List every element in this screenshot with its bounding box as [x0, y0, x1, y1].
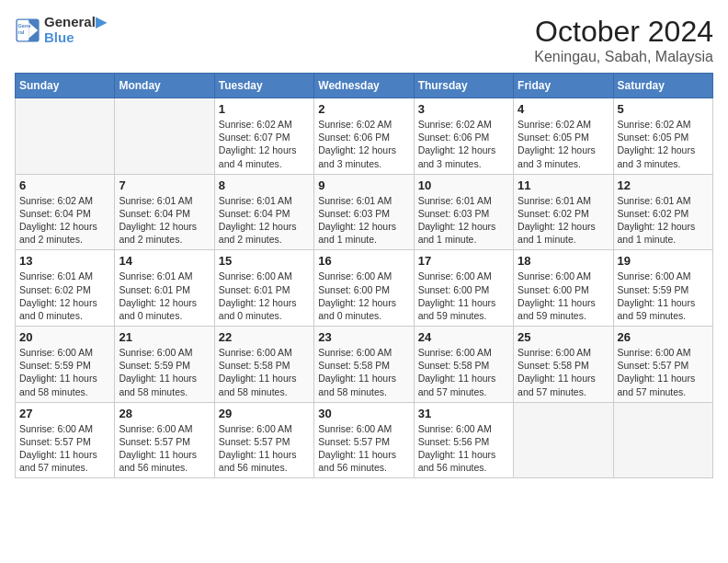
calendar-cell: 30Sunrise: 6:00 AM Sunset: 5:57 PM Dayli… [314, 402, 414, 478]
day-info: Sunrise: 6:00 AM Sunset: 5:57 PM Dayligh… [318, 422, 409, 475]
calendar-cell: 4Sunrise: 6:02 AM Sunset: 6:05 PM Daylig… [514, 98, 613, 175]
day-info: Sunrise: 6:02 AM Sunset: 6:04 PM Dayligh… [19, 194, 110, 247]
day-info: Sunrise: 6:00 AM Sunset: 5:57 PM Dayligh… [119, 422, 210, 475]
header-friday: Friday [514, 74, 613, 98]
day-number: 14 [119, 254, 210, 268]
calendar-cell: 27Sunrise: 6:00 AM Sunset: 5:57 PM Dayli… [16, 402, 115, 478]
header-monday: Monday [115, 74, 214, 98]
header: Gene ral General▶ Blue October 2024 Keni… [15, 15, 713, 65]
day-number: 12 [618, 178, 709, 192]
day-number: 2 [318, 102, 409, 116]
day-info: Sunrise: 6:01 AM Sunset: 6:04 PM Dayligh… [119, 194, 210, 247]
day-number: 16 [318, 254, 409, 268]
calendar-cell: 16Sunrise: 6:00 AM Sunset: 6:00 PM Dayli… [314, 250, 414, 327]
day-info: Sunrise: 6:00 AM Sunset: 5:58 PM Dayligh… [418, 346, 509, 398]
day-info: Sunrise: 6:00 AM Sunset: 5:59 PM Dayligh… [119, 346, 210, 398]
calendar-cell: 2Sunrise: 6:02 AM Sunset: 6:06 PM Daylig… [314, 98, 414, 175]
day-info: Sunrise: 6:02 AM Sunset: 6:07 PM Dayligh… [219, 118, 310, 170]
day-number: 20 [19, 330, 110, 344]
header-wednesday: Wednesday [314, 74, 414, 98]
day-number: 13 [19, 254, 110, 268]
calendar-cell: 25Sunrise: 6:00 AM Sunset: 5:58 PM Dayli… [514, 327, 613, 403]
calendar-cell: 29Sunrise: 6:00 AM Sunset: 5:57 PM Dayli… [214, 402, 313, 478]
day-number: 25 [518, 330, 609, 344]
svg-text:ral: ral [18, 29, 25, 35]
logo: Gene ral General▶ Blue [15, 15, 107, 45]
calendar-cell: 24Sunrise: 6:00 AM Sunset: 5:58 PM Dayli… [414, 327, 513, 403]
day-info: Sunrise: 6:01 AM Sunset: 6:04 PM Dayligh… [219, 194, 310, 247]
day-info: Sunrise: 6:00 AM Sunset: 6:00 PM Dayligh… [318, 270, 409, 322]
calendar-cell: 31Sunrise: 6:00 AM Sunset: 5:56 PM Dayli… [414, 402, 513, 478]
header-tuesday: Tuesday [214, 74, 313, 98]
calendar-cell: 17Sunrise: 6:00 AM Sunset: 6:00 PM Dayli… [414, 250, 513, 327]
calendar-cell [16, 98, 115, 175]
calendar-cell: 26Sunrise: 6:00 AM Sunset: 5:57 PM Dayli… [613, 327, 712, 403]
day-info: Sunrise: 6:01 AM Sunset: 6:02 PM Dayligh… [19, 270, 110, 322]
logo-text: General▶ Blue [44, 15, 107, 45]
day-number: 9 [318, 178, 409, 192]
day-info: Sunrise: 6:00 AM Sunset: 6:01 PM Dayligh… [219, 270, 310, 322]
calendar-cell: 22Sunrise: 6:00 AM Sunset: 5:58 PM Dayli… [214, 327, 313, 403]
week-row-5: 27Sunrise: 6:00 AM Sunset: 5:57 PM Dayli… [16, 402, 713, 478]
day-number: 4 [518, 102, 609, 116]
calendar-cell: 14Sunrise: 6:01 AM Sunset: 6:01 PM Dayli… [115, 250, 214, 327]
day-number: 22 [219, 330, 310, 344]
calendar-cell: 21Sunrise: 6:00 AM Sunset: 5:59 PM Dayli… [115, 327, 214, 403]
day-number: 18 [518, 254, 609, 268]
calendar-cell: 3Sunrise: 6:02 AM Sunset: 6:06 PM Daylig… [414, 98, 513, 175]
day-info: Sunrise: 6:00 AM Sunset: 5:58 PM Dayligh… [518, 346, 609, 398]
day-info: Sunrise: 6:02 AM Sunset: 6:05 PM Dayligh… [518, 118, 609, 170]
calendar-cell: 5Sunrise: 6:02 AM Sunset: 6:05 PM Daylig… [613, 98, 712, 175]
day-info: Sunrise: 6:00 AM Sunset: 5:57 PM Dayligh… [618, 346, 709, 398]
calendar-cell: 19Sunrise: 6:00 AM Sunset: 5:59 PM Dayli… [613, 250, 712, 327]
day-number: 11 [518, 178, 609, 192]
day-info: Sunrise: 6:00 AM Sunset: 5:56 PM Dayligh… [418, 422, 509, 475]
calendar-cell: 11Sunrise: 6:01 AM Sunset: 6:02 PM Dayli… [514, 174, 613, 250]
day-number: 24 [418, 330, 509, 344]
day-number: 31 [418, 407, 509, 420]
day-info: Sunrise: 6:02 AM Sunset: 6:06 PM Dayligh… [318, 118, 409, 170]
day-number: 10 [418, 178, 509, 192]
calendar-table: SundayMondayTuesdayWednesdayThursdayFrid… [15, 73, 713, 478]
calendar-cell: 9Sunrise: 6:01 AM Sunset: 6:03 PM Daylig… [314, 174, 414, 250]
day-number: 1 [219, 102, 310, 116]
day-info: Sunrise: 6:00 AM Sunset: 6:00 PM Dayligh… [518, 270, 609, 322]
week-row-1: 1Sunrise: 6:02 AM Sunset: 6:07 PM Daylig… [16, 98, 713, 175]
title-area: October 2024 Keningau, Sabah, Malaysia [534, 15, 713, 65]
calendar-cell: 23Sunrise: 6:00 AM Sunset: 5:58 PM Dayli… [314, 327, 414, 403]
day-number: 27 [19, 407, 110, 420]
calendar-cell: 20Sunrise: 6:00 AM Sunset: 5:59 PM Dayli… [16, 327, 115, 403]
day-number: 19 [618, 254, 709, 268]
day-number: 29 [219, 407, 310, 420]
day-number: 3 [418, 102, 509, 116]
day-info: Sunrise: 6:01 AM Sunset: 6:01 PM Dayligh… [119, 270, 210, 322]
day-number: 15 [219, 254, 310, 268]
day-info: Sunrise: 6:00 AM Sunset: 6:00 PM Dayligh… [418, 270, 509, 322]
calendar-cell: 10Sunrise: 6:01 AM Sunset: 6:03 PM Dayli… [414, 174, 513, 250]
day-info: Sunrise: 6:01 AM Sunset: 6:03 PM Dayligh… [418, 194, 509, 247]
month-title: October 2024 [534, 15, 713, 49]
calendar-cell: 6Sunrise: 6:02 AM Sunset: 6:04 PM Daylig… [16, 174, 115, 250]
day-info: Sunrise: 6:02 AM Sunset: 6:06 PM Dayligh… [418, 118, 509, 170]
logo-icon: Gene ral [15, 17, 40, 43]
calendar-cell [613, 402, 712, 478]
day-number: 6 [19, 178, 110, 192]
week-row-2: 6Sunrise: 6:02 AM Sunset: 6:04 PM Daylig… [16, 174, 713, 250]
day-number: 7 [119, 178, 210, 192]
day-info: Sunrise: 6:00 AM Sunset: 5:58 PM Dayligh… [219, 346, 310, 398]
day-number: 26 [618, 330, 709, 344]
day-info: Sunrise: 6:01 AM Sunset: 6:03 PM Dayligh… [318, 194, 409, 247]
day-info: Sunrise: 6:00 AM Sunset: 5:59 PM Dayligh… [19, 346, 110, 398]
day-info: Sunrise: 6:00 AM Sunset: 5:59 PM Dayligh… [618, 270, 709, 322]
day-info: Sunrise: 6:00 AM Sunset: 5:58 PM Dayligh… [318, 346, 409, 398]
header-sunday: Sunday [16, 74, 115, 98]
day-number: 28 [119, 407, 210, 420]
header-thursday: Thursday [414, 74, 513, 98]
location-title: Keningau, Sabah, Malaysia [534, 49, 713, 65]
day-info: Sunrise: 6:00 AM Sunset: 5:57 PM Dayligh… [219, 422, 310, 475]
calendar-cell: 18Sunrise: 6:00 AM Sunset: 6:00 PM Dayli… [514, 250, 613, 327]
calendar-cell: 8Sunrise: 6:01 AM Sunset: 6:04 PM Daylig… [214, 174, 313, 250]
calendar-cell [115, 98, 214, 175]
day-number: 17 [418, 254, 509, 268]
day-info: Sunrise: 6:00 AM Sunset: 5:57 PM Dayligh… [19, 422, 110, 475]
